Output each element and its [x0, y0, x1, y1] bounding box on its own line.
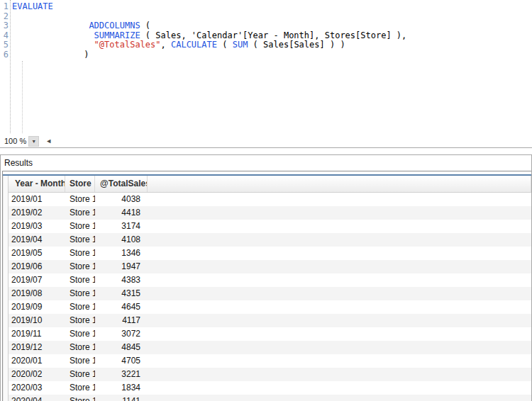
cell-store: Store 1 — [65, 395, 95, 401]
results-panel-label: Results — [4, 158, 33, 168]
cell-year-month: 2019/05 — [9, 247, 65, 260]
code-token-pl — [12, 30, 94, 40]
table-row[interactable]: 2020/03Store 11834 — [9, 381, 531, 395]
cell-year-month: 2019/11 — [9, 327, 65, 341]
code-token-pl: ) — [84, 50, 89, 60]
cell-store: Store 1 — [65, 300, 95, 314]
cell-totalsales: 1346 — [95, 247, 148, 260]
cell-totalsales: 1834 — [95, 381, 148, 395]
cell-year-month: 2019/03 — [9, 220, 65, 233]
cell-year-month: 2019/09 — [9, 300, 65, 314]
cell-year-month: 2020/01 — [9, 354, 65, 368]
column-header-totalsales[interactable]: @TotalSales — [95, 176, 148, 192]
column-header-year-month[interactable]: Year - Month — [9, 176, 65, 192]
query-editor-panel: 123456 EVALUATE ADDCOLUMNS ( SUMMARIZE (… — [0, 0, 532, 148]
dax-query-text[interactable]: EVALUATE ADDCOLUMNS ( SUMMARIZE ( Sales,… — [12, 2, 532, 60]
cell-totalsales: 3174 — [95, 220, 148, 233]
cell-totalsales: 4117 — [95, 314, 148, 327]
table-row[interactable]: 2019/03Store 13174 — [9, 220, 531, 233]
results-grid: Year - Month Store @TotalSales 2019/01St… — [2, 171, 531, 401]
cell-store: Store 1 — [65, 368, 95, 381]
code-token-pl: ( — [140, 21, 150, 30]
indent-guide-line — [22, 61, 23, 133]
editor-bottom-bar: 100 % ▼ ◄ — [0, 135, 532, 147]
code-editor[interactable]: 123456 EVALUATE ADDCOLUMNS ( SUMMARIZE (… — [0, 0, 532, 135]
cell-totalsales: 4038 — [95, 193, 148, 206]
code-token-pl: ( Sales, 'Calendar'[Year - Month], Store… — [140, 30, 407, 40]
column-header-store[interactable]: Store — [65, 176, 95, 192]
cell-totalsales: 4418 — [95, 206, 148, 220]
code-token-str: "@TotalSales" — [94, 40, 161, 50]
cell-store: Store 1 — [65, 233, 95, 247]
cell-totalsales: 3072 — [95, 327, 148, 341]
table-row[interactable]: 2019/08Store 14315 — [9, 287, 531, 300]
table-row[interactable]: 2019/01Store 14038 — [9, 193, 531, 206]
cell-store: Store 1 — [65, 327, 95, 341]
code-token-kw: SUMMARIZE — [94, 30, 140, 40]
cell-totalsales: 4383 — [95, 273, 148, 287]
code-token-kw: CALCULATE — [171, 40, 217, 50]
code-token-kw: ADDCOLUMNS — [89, 21, 140, 30]
cell-store: Store 1 — [65, 381, 95, 395]
hscroll-left-arrow-icon[interactable]: ◄ — [45, 138, 52, 145]
code-line[interactable]: ADDCOLUMNS ( — [12, 21, 532, 31]
zoom-dropdown-button[interactable]: ▼ — [28, 136, 39, 147]
table-row[interactable]: 2019/12Store 14845 — [9, 341, 531, 354]
code-token-pl — [12, 21, 89, 30]
table-row[interactable]: 2019/06Store 11947 — [9, 260, 531, 273]
line-number: 6 — [0, 50, 9, 60]
table-row[interactable]: 2020/02Store 13221 — [9, 368, 531, 381]
row-header-strip[interactable] — [3, 176, 9, 401]
cell-year-month: 2019/01 — [9, 193, 65, 206]
cell-store: Store 1 — [65, 247, 95, 260]
line-number: 3 — [0, 21, 9, 31]
code-token-kw: SUM — [233, 40, 248, 50]
table-row[interactable]: 2019/07Store 14383 — [9, 273, 531, 287]
cell-store: Store 1 — [65, 273, 95, 287]
cell-store: Store 1 — [65, 314, 95, 327]
table-row[interactable]: 2020/01Store 14705 — [9, 354, 531, 368]
cell-totalsales: 1947 — [95, 260, 148, 273]
code-token-kw: EVALUATE — [12, 1, 53, 11]
line-number: 4 — [0, 31, 9, 41]
code-line[interactable]: EVALUATE — [12, 2, 532, 12]
table-row[interactable]: 2019/11Store 13072 — [9, 327, 531, 341]
line-number: 5 — [0, 40, 9, 50]
table-row[interactable]: 2019/05Store 11346 — [9, 247, 531, 260]
cell-store: Store 1 — [65, 193, 95, 206]
cell-year-month: 2019/06 — [9, 260, 65, 273]
code-token-pl — [12, 50, 84, 60]
table-row[interactable]: 2019/04Store 14108 — [9, 233, 531, 247]
cell-year-month: 2019/12 — [9, 341, 65, 354]
cell-year-month: 2019/08 — [9, 287, 65, 300]
table-row[interactable]: 2019/10Store 14117 — [9, 314, 531, 327]
line-number-gutter: 123456 — [0, 2, 9, 60]
cell-year-month: 2019/07 — [9, 273, 65, 287]
line-number: 1 — [0, 2, 9, 12]
table-row[interactable]: 2019/02Store 14418 — [9, 206, 531, 220]
cell-totalsales: 4108 — [95, 233, 148, 247]
code-line[interactable]: "@TotalSales", CALCULATE ( SUM ( Sales[S… — [12, 40, 532, 50]
gutter-separator — [10, 0, 11, 133]
code-token-pl — [12, 40, 94, 50]
grid-rows: 2019/01Store 140382019/02Store 144182019… — [9, 193, 531, 401]
code-line[interactable] — [12, 12, 532, 22]
table-row[interactable]: 2019/09Store 14645 — [9, 300, 531, 314]
cell-store: Store 1 — [65, 354, 95, 368]
code-token-pl: , — [161, 40, 171, 50]
cell-store: Store 1 — [65, 341, 95, 354]
cell-store: Store 1 — [65, 206, 95, 220]
results-panel: Results Year - Month Store @TotalSales 2… — [0, 154, 532, 401]
cell-year-month: 2019/04 — [9, 233, 65, 247]
grid-header-row: Year - Month Store @TotalSales — [9, 176, 531, 193]
cell-year-month: 2019/10 — [9, 314, 65, 327]
table-row[interactable]: 2020/04Store 11141 — [9, 395, 531, 401]
line-number: 2 — [0, 12, 9, 22]
code-line[interactable]: ) — [12, 50, 532, 60]
code-token-pl: ( — [217, 40, 233, 50]
cell-totalsales: 4705 — [95, 354, 148, 368]
cell-store: Store 1 — [65, 220, 95, 233]
cell-totalsales: 1141 — [95, 395, 148, 401]
code-line[interactable]: SUMMARIZE ( Sales, 'Calendar'[Year - Mon… — [12, 31, 532, 41]
code-token-pl: ( Sales[Sales] ) ) — [248, 40, 345, 50]
